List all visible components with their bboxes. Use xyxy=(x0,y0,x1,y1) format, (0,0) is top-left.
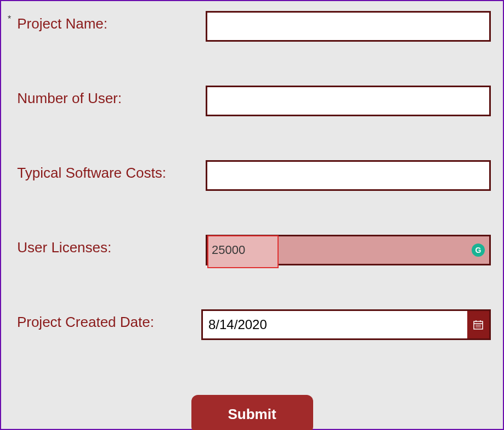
number-of-user-input[interactable] xyxy=(206,86,491,116)
label-typical-software-costs: Typical Software Costs: xyxy=(17,160,206,182)
grammarly-icon[interactable]: G xyxy=(472,244,485,257)
row-typical-software-costs: Typical Software Costs: xyxy=(8,160,496,191)
calendar-icon xyxy=(473,320,483,330)
project-name-input[interactable] xyxy=(206,11,491,42)
row-project-name: * Project Name: xyxy=(8,11,496,42)
user-licenses-field[interactable]: G xyxy=(206,235,491,265)
submit-button[interactable]: Submit xyxy=(191,395,313,430)
project-created-date-field xyxy=(201,309,491,340)
label-number-of-user: Number of User: xyxy=(17,86,206,107)
row-user-licenses: User Licenses: G xyxy=(8,235,496,265)
calendar-button[interactable] xyxy=(467,311,489,338)
typical-software-costs-input[interactable] xyxy=(206,160,491,191)
submit-row: Submit xyxy=(8,395,496,430)
label-project-created-date: Project Created Date: xyxy=(17,309,201,331)
user-licenses-input[interactable] xyxy=(207,236,489,264)
required-indicator: * xyxy=(8,11,17,24)
row-project-created-date: Project Created Date: xyxy=(8,309,496,340)
form-container: * Project Name: Number of User: Typical … xyxy=(0,0,504,430)
row-number-of-user: Number of User: xyxy=(8,86,496,116)
project-created-date-input[interactable] xyxy=(203,311,467,338)
label-project-name: Project Name: xyxy=(17,11,206,32)
label-user-licenses: User Licenses: xyxy=(17,235,206,256)
